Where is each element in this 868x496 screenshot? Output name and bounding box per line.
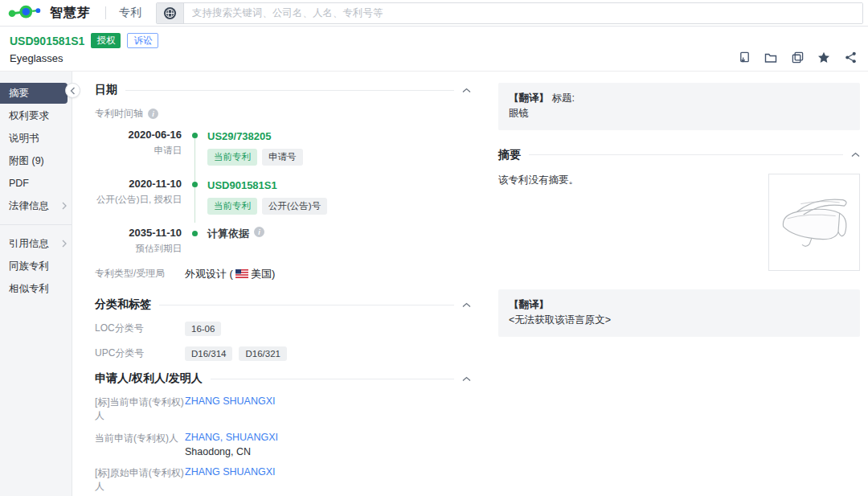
download-pdf-icon[interactable] bbox=[738, 51, 751, 64]
globe-icon bbox=[163, 6, 177, 20]
loc-class-row: LOC分类号 16-06 bbox=[95, 322, 471, 336]
search-input[interactable] bbox=[184, 3, 862, 23]
litigation-badge[interactable]: 诉讼 bbox=[127, 33, 158, 48]
row-label: [标]原始申请(专利权)人 bbox=[95, 466, 185, 494]
translation-tag: 【翻译】 bbox=[509, 297, 850, 313]
chevron-right-icon bbox=[62, 240, 67, 248]
sidebar-item-pdf[interactable]: PDF bbox=[0, 173, 72, 194]
translated-abstract-value: <无法获取该语言原文> bbox=[509, 313, 850, 328]
classification-section-title: 分类和标签 bbox=[95, 297, 151, 312]
sidebar-item-legal-info[interactable]: 法律信息 bbox=[0, 195, 72, 216]
patent-title: Eyeglasses bbox=[10, 52, 158, 64]
loc-class-chip[interactable]: 16-06 bbox=[185, 322, 221, 336]
section-divider bbox=[159, 305, 454, 305]
main-area: 摘要 权利要求 说明书 附图 (9) PDF 法律信息 引用信息 同族专利 bbox=[0, 71, 868, 496]
header-divider bbox=[105, 6, 106, 19]
row-label: 当前申请(专利权)人 bbox=[95, 432, 185, 457]
sidebar-item-claims[interactable]: 权利要求 bbox=[0, 105, 72, 126]
application-number-link[interactable]: US29/738205 bbox=[207, 130, 272, 142]
event-date-label: 公开(公告)日, 授权日 bbox=[95, 194, 182, 206]
chevron-up-icon bbox=[851, 152, 860, 158]
collapse-section-button[interactable] bbox=[851, 152, 860, 158]
timeline-event: 2020-06-16 申请日 US29/738205 当前专利 申请号 bbox=[95, 129, 471, 166]
applicant-link[interactable]: ZHANG SHUANGXI bbox=[185, 466, 276, 494]
folder-icon[interactable] bbox=[764, 51, 777, 64]
sidebar-item-similar-patents[interactable]: 相似专利 bbox=[0, 278, 72, 299]
translated-abstract-box: 【翻译】 <无法获取该语言原文> bbox=[498, 289, 860, 337]
patent-figure-thumbnail[interactable] bbox=[768, 174, 860, 271]
dates-section: 日期 专利时间轴 i 2020-06- bbox=[95, 83, 471, 281]
patent-type-row: 专利类型/受理局 外观设计 (美国) bbox=[95, 267, 471, 281]
timeline-event: 2035-11-10 预估到期日 计算依据 i bbox=[95, 227, 471, 255]
us-flag-icon bbox=[235, 269, 248, 278]
classification-section: 分类和标签 LOC分类号 16-06 UPC分类号 bbox=[95, 297, 471, 361]
search-scope-button[interactable] bbox=[157, 3, 184, 23]
chevron-up-icon bbox=[462, 88, 471, 93]
applicant-link[interactable]: ZHANG SHUANGXI bbox=[185, 396, 276, 423]
patent-header-bar: USD901581S1 授权 诉讼 Eyeglasses bbox=[0, 27, 868, 71]
event-date-label: 申请日 bbox=[95, 145, 182, 157]
info-icon[interactable]: i bbox=[254, 227, 264, 237]
collapse-section-button[interactable] bbox=[462, 302, 471, 308]
patent-country-value: 美国) bbox=[251, 268, 275, 280]
search-bar bbox=[156, 2, 863, 24]
applicant-location: Shaodong, CN bbox=[185, 446, 278, 457]
favorite-star-icon[interactable] bbox=[817, 51, 830, 64]
current-patent-tag: 当前专利 bbox=[207, 149, 257, 166]
translated-title-box: 【翻译】 标题: 眼镜 bbox=[498, 83, 860, 130]
share-icon[interactable] bbox=[844, 51, 857, 64]
chevron-right-icon bbox=[62, 202, 67, 210]
sidebar-collapse-button[interactable] bbox=[65, 83, 80, 98]
patent-type-value: 外观设计 ( bbox=[185, 268, 233, 280]
patent-toolbar bbox=[738, 44, 857, 71]
chevron-left-icon bbox=[70, 87, 76, 95]
sidebar-item-family-patents[interactable]: 同族专利 bbox=[0, 256, 72, 277]
upc-class-chip[interactable]: D16/314 bbox=[185, 346, 232, 361]
people-section: 申请人/权利人/发明人 [标]当前申请(专利权)人 ZHANG SHUANGXI… bbox=[95, 371, 471, 496]
sidebar-item-label: 摘要 bbox=[9, 87, 29, 100]
sidebar-item-description[interactable]: 说明书 bbox=[0, 128, 72, 149]
sidebar-item-label: 法律信息 bbox=[9, 199, 49, 213]
upc-class-chip[interactable]: D16/321 bbox=[239, 346, 286, 361]
dates-section-title: 日期 bbox=[95, 83, 117, 97]
event-date-label: 预估到期日 bbox=[95, 243, 182, 255]
event-date: 2020-06-16 bbox=[95, 129, 182, 141]
applicant-link[interactable]: ZHANG, SHUANGXI bbox=[185, 432, 278, 443]
current-applicant-std-row: [标]当前申请(专利权)人 ZHANG SHUANGXI bbox=[95, 396, 471, 423]
top-navigation-bar: 智慧芽 专利 bbox=[0, 0, 868, 27]
info-icon[interactable]: i bbox=[148, 109, 158, 119]
granted-status-badge: 授权 bbox=[91, 33, 121, 48]
collapse-section-button[interactable] bbox=[462, 88, 471, 93]
copy-icon[interactable] bbox=[791, 51, 804, 64]
sidebar-item-label: 引用信息 bbox=[9, 237, 49, 251]
upc-class-label: UPC分类号 bbox=[95, 346, 185, 361]
chevron-up-icon bbox=[462, 376, 471, 382]
translated-title-value: 眼镜 bbox=[509, 106, 850, 121]
current-patent-tag: 当前专利 bbox=[207, 198, 257, 215]
sidebar-item-citation-info[interactable]: 引用信息 bbox=[0, 233, 72, 254]
sidebar-item-label: 附图 (9) bbox=[9, 154, 44, 168]
publication-number-tag: 公开(公告)号 bbox=[262, 198, 327, 215]
section-divider bbox=[211, 379, 454, 379]
timeline-label: 专利时间轴 bbox=[95, 107, 143, 121]
sidebar-item-label: 相似专利 bbox=[9, 282, 49, 296]
patsnap-logo-icon bbox=[8, 4, 45, 22]
current-applicant-row: 当前申请(专利权)人 ZHANG, SHUANGXI Shaodong, CN bbox=[95, 432, 471, 457]
section-sidebar: 摘要 权利要求 说明书 附图 (9) PDF 法律信息 引用信息 同族专利 bbox=[0, 72, 72, 496]
abstract-section-title: 摘要 bbox=[498, 148, 521, 162]
translation-title-label: 标题: bbox=[551, 92, 574, 104]
nav-patent-tab[interactable]: 专利 bbox=[119, 6, 141, 20]
patent-number: USD901581S1 bbox=[10, 35, 84, 47]
abstract-section: 摘要 该专利没有摘要。 bbox=[498, 148, 860, 271]
event-date: 2035-11-10 bbox=[95, 227, 182, 239]
sidebar-item-drawings[interactable]: 附图 (9) bbox=[0, 150, 72, 171]
sidebar-item-abstract[interactable]: 摘要 bbox=[0, 83, 68, 104]
chevron-up-icon bbox=[462, 302, 471, 308]
brand-name: 智慧芽 bbox=[50, 5, 91, 22]
brand-logo[interactable]: 智慧芽 bbox=[8, 4, 91, 22]
timeline-dot bbox=[192, 231, 198, 236]
collapse-section-button[interactable] bbox=[462, 376, 471, 382]
publication-number-link[interactable]: USD901581S1 bbox=[207, 179, 277, 191]
sidebar-item-label: 同族专利 bbox=[9, 260, 49, 273]
application-number-tag: 申请号 bbox=[262, 149, 303, 166]
